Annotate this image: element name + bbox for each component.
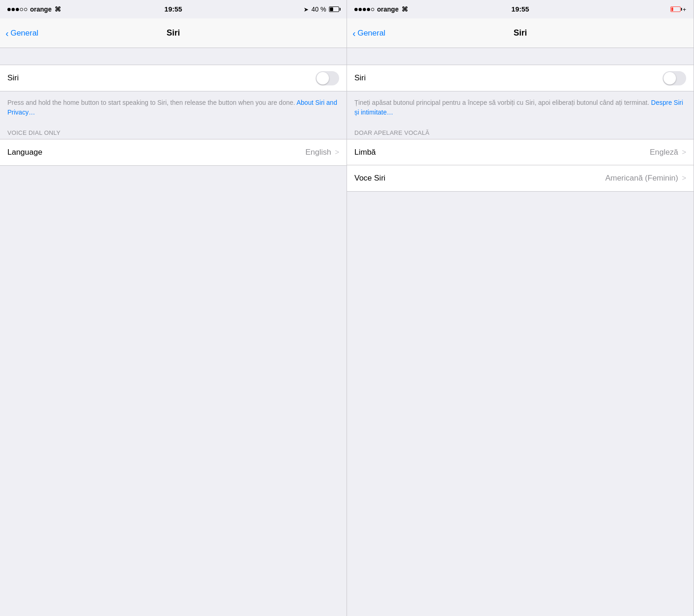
left-siri-toggle[interactable] <box>316 71 339 85</box>
left-location-icon: ➤ <box>304 6 309 13</box>
right-battery-body <box>670 6 681 12</box>
dot-5 <box>24 8 27 11</box>
right-dot-5 <box>371 8 374 11</box>
right-voce-right: Americană (Feminin) > <box>605 174 686 183</box>
right-nav-title: Siri <box>513 28 527 38</box>
dot-1 <box>7 8 11 11</box>
right-back-chevron-icon: ‹ <box>353 29 356 38</box>
right-voce-chevron-icon: > <box>682 174 686 182</box>
right-settings-section: Limbă Engleză > Voce Siri Americană (Fem… <box>347 139 694 192</box>
left-battery-percent: 40 % <box>311 6 326 13</box>
left-language-value: English <box>305 148 331 157</box>
left-nav-bar: ‹ General Siri <box>0 18 347 48</box>
left-status-left: orange ⌘ <box>7 6 61 13</box>
left-nav-title: Siri <box>166 28 180 38</box>
left-phone-panel: orange ⌘ 19:55 ➤ 40 % ‹ General Siri Sir… <box>0 0 347 616</box>
right-siri-toggle[interactable] <box>663 71 686 85</box>
left-battery-body <box>329 6 339 12</box>
right-status-right: + <box>670 6 686 13</box>
left-battery <box>329 6 339 12</box>
left-back-label: General <box>11 29 38 38</box>
left-language-right: English > <box>305 148 339 157</box>
right-battery: + <box>670 6 686 13</box>
right-limba-row[interactable]: Limbă Engleză > <box>347 139 694 165</box>
left-carrier: orange <box>30 6 52 13</box>
dot-2 <box>12 8 15 11</box>
right-siri-toggle-section: Siri <box>347 65 694 91</box>
right-status-left: orange ⌘ <box>354 6 408 13</box>
left-language-chevron-icon: > <box>335 148 339 157</box>
right-dot-2 <box>359 8 362 11</box>
right-description-main: Țineți apăsat butonul principal pentru a… <box>354 99 649 106</box>
left-description-area: Press and hold the home button to start … <box>0 91 347 126</box>
right-limba-value: Engleză <box>650 148 678 157</box>
left-language-section: Language English > <box>0 139 347 166</box>
right-siri-toggle-row[interactable]: Siri <box>347 65 694 91</box>
right-top-spacer <box>347 48 694 65</box>
left-back-button[interactable]: ‹ General <box>6 29 38 38</box>
dot-4 <box>20 8 23 11</box>
right-dot-4 <box>367 8 370 11</box>
right-voce-value: Americană (Feminin) <box>605 174 678 183</box>
left-top-spacer <box>0 48 347 65</box>
right-battery-fill <box>671 7 673 11</box>
left-toggle-knob <box>317 72 329 85</box>
right-voce-label: Voce Siri <box>354 174 385 183</box>
right-phone-panel: orange ⌘ 19:55 + ‹ General Siri Siri <box>347 0 694 616</box>
right-back-label: General <box>358 29 385 38</box>
right-dot-1 <box>354 8 358 11</box>
left-siri-label: Siri <box>7 73 19 83</box>
right-time: 19:55 <box>511 5 529 13</box>
right-nav-bar: ‹ General Siri <box>347 18 694 48</box>
right-limba-right: Engleză > <box>650 148 686 157</box>
left-language-row[interactable]: Language English > <box>0 139 347 165</box>
left-status-right: ➤ 40 % <box>304 6 339 13</box>
right-carrier: orange <box>377 6 399 13</box>
left-remaining-space <box>0 166 347 616</box>
left-back-chevron-icon: ‹ <box>6 29 9 38</box>
left-section-header: VOICE DIAL ONLY <box>0 126 347 139</box>
left-description-main: Press and hold the home button to start … <box>7 99 295 106</box>
left-siri-toggle-row[interactable]: Siri <box>0 65 347 91</box>
right-battery-charging-icon: + <box>682 6 686 13</box>
dot-3 <box>16 8 19 11</box>
left-language-label: Language <box>7 148 43 157</box>
left-wifi-icon: ⌘ <box>55 6 61 13</box>
right-dot-3 <box>363 8 366 11</box>
right-wifi-icon: ⌘ <box>402 6 408 13</box>
right-limba-chevron-icon: > <box>682 148 686 157</box>
left-siri-toggle-section: Siri <box>0 65 347 91</box>
right-remaining-space <box>347 192 694 616</box>
left-battery-fill <box>330 7 333 11</box>
left-signal-dots <box>7 8 27 11</box>
left-time: 19:55 <box>164 5 182 13</box>
right-voce-row[interactable]: Voce Siri Americană (Feminin) > <box>347 165 694 191</box>
right-limba-label: Limbă <box>354 148 376 157</box>
left-status-bar: orange ⌘ 19:55 ➤ 40 % <box>0 0 347 18</box>
right-signal-dots <box>354 8 374 11</box>
right-status-bar: orange ⌘ 19:55 + <box>347 0 694 18</box>
left-description-text: Press and hold the home button to start … <box>7 99 337 116</box>
right-toggle-knob <box>664 72 676 85</box>
right-description-area: Țineți apăsat butonul principal pentru a… <box>347 91 694 126</box>
right-siri-label: Siri <box>354 73 366 83</box>
right-back-button[interactable]: ‹ General <box>353 29 385 38</box>
right-section-header: DOAR APELARE VOCALĂ <box>347 126 694 139</box>
right-description-text: Țineți apăsat butonul principal pentru a… <box>354 99 683 116</box>
